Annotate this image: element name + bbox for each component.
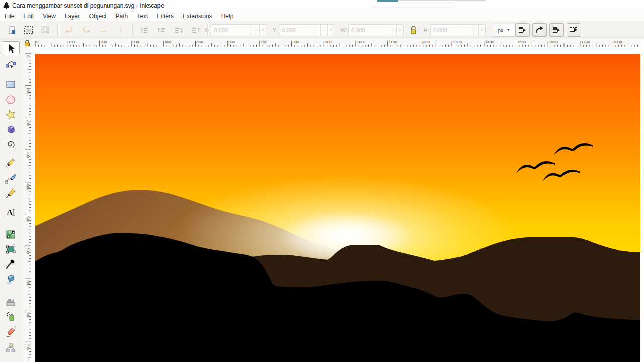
tool-tweak[interactable] <box>2 295 20 309</box>
w-minus-button[interactable]: − <box>390 25 396 36</box>
y-field-group: Y: 0,000 − + <box>272 24 334 36</box>
y-minus-button[interactable]: − <box>320 25 327 36</box>
move-gradients-toggle[interactable] <box>549 23 564 37</box>
w-plus-button[interactable]: + <box>396 25 403 36</box>
tool-box-3d[interactable] <box>2 122 20 136</box>
raise-to-top-button[interactable] <box>138 24 151 37</box>
title-bar: Cara menggambar sunset di pegunungan.svg… <box>0 0 644 11</box>
menu-layer[interactable]: Layer <box>60 12 85 21</box>
window-title: Cara menggambar sunset di pegunungan.svg… <box>12 2 164 9</box>
flip-vertical-button[interactable]: ↕ <box>114 24 127 37</box>
h-minus-button[interactable]: − <box>472 25 478 36</box>
zoom-drawing-button[interactable] <box>39 24 52 37</box>
svg-text:400: 400 <box>165 40 172 44</box>
lock-icon <box>24 40 30 46</box>
video-progress-track <box>398 0 486 1</box>
y-plus-button[interactable]: + <box>327 25 334 36</box>
tool-mesh-gradient[interactable] <box>2 242 20 256</box>
h-input[interactable]: 0,000 − + <box>430 24 486 36</box>
flip-horizontal-button[interactable]: ↔ <box>97 24 110 37</box>
vertical-ruler[interactable]: 0100200300400500600700800900 <box>23 47 31 362</box>
svg-text:400: 400 <box>26 184 30 191</box>
tool-rectangle[interactable] <box>2 77 20 92</box>
tool-selector[interactable] <box>2 41 20 55</box>
command-toolbar: ⤾ ⤿ ↔ ↕ X: 0,000 − + Y: <box>0 21 644 39</box>
move-patterns-toggle[interactable] <box>567 23 581 37</box>
svg-text:600: 600 <box>26 247 30 254</box>
toolbar-separator <box>57 24 58 36</box>
svg-text:300: 300 <box>132 40 139 44</box>
canvas-area[interactable] <box>31 47 644 362</box>
tool-dropper[interactable] <box>2 257 20 272</box>
menu-edit[interactable]: Edit <box>19 12 38 21</box>
svg-text:800: 800 <box>26 312 30 319</box>
tool-spray[interactable] <box>2 310 20 324</box>
menu-extensions[interactable]: Extensions <box>178 12 217 21</box>
menu-text[interactable]: Text <box>132 12 152 21</box>
video-progress-bar <box>377 0 398 2</box>
scale-corners-toggle[interactable] <box>532 23 547 37</box>
horizontal-ruler[interactable]: 0100200300400500600700800900100011001200… <box>31 39 640 47</box>
lock-guides-button[interactable] <box>23 39 31 47</box>
tool-calligraphy[interactable] <box>2 186 20 200</box>
tool-gradient[interactable] <box>2 227 20 241</box>
svg-text:700: 700 <box>26 280 30 287</box>
svg-text:900: 900 <box>26 343 30 350</box>
lower-button[interactable] <box>172 24 185 37</box>
tool-paint-bucket[interactable] <box>2 273 20 287</box>
tool-spiral[interactable] <box>2 137 20 151</box>
tool-text[interactable]: A <box>2 205 20 219</box>
unit-dropdown[interactable]: px ▼ <box>492 24 516 37</box>
rotate-ccw-button[interactable]: ⤾ <box>63 24 76 37</box>
new-document-button[interactable] <box>5 24 18 37</box>
w-input[interactable]: 0,000 − + <box>348 24 404 36</box>
scale-stroke-toggle[interactable] <box>515 23 530 37</box>
h-plus-button[interactable]: + <box>478 25 485 36</box>
menu-path[interactable]: Path <box>111 12 133 21</box>
menu-object[interactable]: Object <box>85 12 111 21</box>
rotate-cw-button[interactable]: ⤿ <box>80 24 93 37</box>
tool-connector[interactable] <box>2 341 20 355</box>
svg-text:1100: 1100 <box>389 40 398 44</box>
menu-help[interactable]: Help <box>217 12 238 21</box>
svg-text:1600: 1600 <box>549 40 558 44</box>
selection-frame-button[interactable] <box>22 24 35 37</box>
svg-text:600: 600 <box>228 40 235 44</box>
svg-text:1000: 1000 <box>357 40 366 44</box>
svg-text:100: 100 <box>68 40 75 44</box>
svg-text:0: 0 <box>26 55 30 58</box>
h-field-group: H: 0,000 − + <box>423 24 486 36</box>
svg-text:900: 900 <box>325 40 332 44</box>
tool-star[interactable] <box>2 108 20 122</box>
tool-node-editor[interactable] <box>2 56 20 70</box>
w-label: W: <box>340 27 347 33</box>
svg-text:100: 100 <box>26 87 30 95</box>
y-input[interactable]: 0,000 − + <box>279 24 334 36</box>
lock-ratio-button[interactable] <box>410 26 417 34</box>
x-plus-button[interactable]: + <box>259 25 266 36</box>
svg-text:1200: 1200 <box>421 40 430 44</box>
h-label: H: <box>423 27 429 33</box>
x-label: X: <box>204 27 209 33</box>
toolbar-separator <box>132 24 133 36</box>
svg-text:800: 800 <box>293 40 300 44</box>
x-input[interactable]: 0,000 − + <box>211 24 266 36</box>
tool-eraser[interactable] <box>2 325 20 339</box>
svg-text:300: 300 <box>26 151 30 158</box>
y-label: Y: <box>272 27 277 33</box>
menu-view[interactable]: View <box>38 12 60 21</box>
svg-text:200: 200 <box>26 119 30 126</box>
inkscape-logo-icon <box>3 2 10 9</box>
menu-filters[interactable]: Filters <box>152 12 178 21</box>
open-lock-icon <box>410 26 417 34</box>
tool-palette: A <box>0 39 23 362</box>
lower-to-bottom-button[interactable] <box>189 24 202 37</box>
tool-ellipse[interactable] <box>2 93 20 107</box>
menu-bar: File Edit View Layer Object Path Text Fi… <box>0 11 644 21</box>
raise-button[interactable] <box>155 24 168 37</box>
menu-file[interactable]: File <box>0 12 19 21</box>
x-minus-button[interactable]: − <box>253 25 259 36</box>
tool-bezier-pen[interactable] <box>2 171 20 186</box>
svg-text:1400: 1400 <box>485 40 494 44</box>
tool-pencil[interactable] <box>2 156 20 170</box>
